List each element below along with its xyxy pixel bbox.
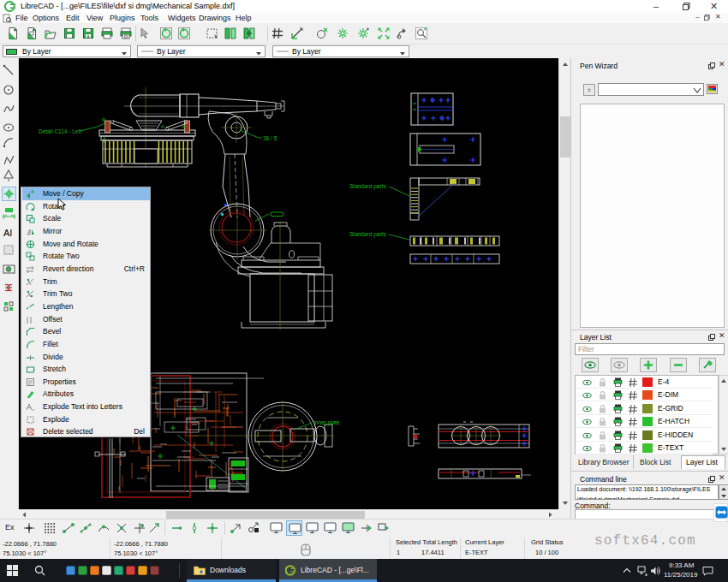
svg-text:AI: AI xyxy=(3,228,12,238)
svg-text:Detail C114 - Left: Detail C114 - Left xyxy=(39,128,81,134)
svg-text:Standard parts: Standard parts xyxy=(349,231,386,238)
svg-text:Inner plate: Inner plate xyxy=(313,419,340,426)
svg-text:36 / 5: 36 / 5 xyxy=(263,135,277,141)
svg-text:Standard parts: Standard parts xyxy=(349,183,386,190)
